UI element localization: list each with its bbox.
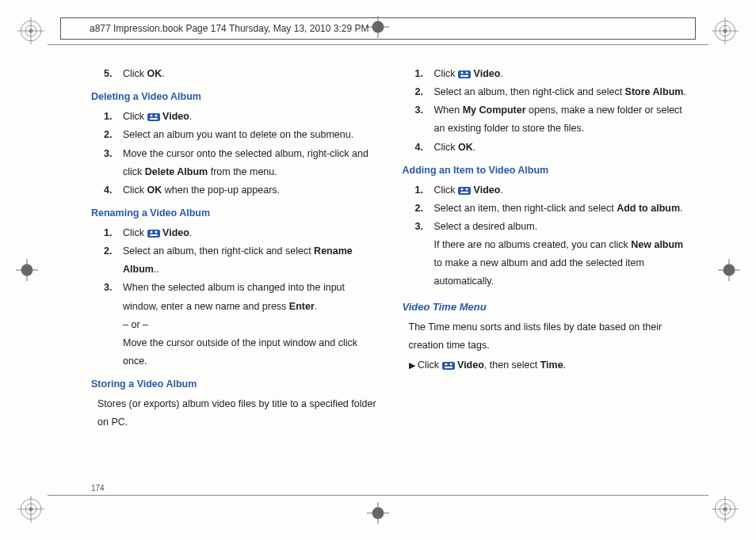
svg-point-34: [155, 115, 157, 117]
crop-mark-icon: [367, 502, 389, 524]
svg-point-45: [461, 188, 464, 190]
list-item: 2. Select an album, then right-click and…: [91, 242, 380, 279]
registration-mark-icon: [17, 496, 44, 523]
list-item: 1. Click Video.: [91, 224, 380, 242]
page-header: a877 Impression.book Page 174 Thursday, …: [60, 17, 696, 40]
svg-rect-47: [460, 192, 468, 193]
divider: [48, 495, 708, 496]
video-icon: [147, 112, 160, 121]
registration-mark-icon: [17, 17, 44, 44]
svg-rect-40: [458, 70, 471, 78]
list-item: 4. Click OK.: [403, 139, 692, 157]
step-number: 1.: [415, 181, 434, 200]
header-text: a877 Impression.book Page 174 Thursday, …: [90, 23, 368, 34]
list-item: 2. Select an album you want to delete on…: [91, 126, 380, 144]
step-number: 1.: [415, 65, 434, 83]
arrow-icon: ▶: [409, 360, 415, 370]
svg-rect-36: [147, 230, 160, 238]
step-number: 4.: [415, 139, 434, 157]
step-number: 5.: [104, 65, 123, 83]
right-column: 1. Click Video. 2. Select an album, then…: [403, 65, 692, 481]
svg-point-37: [150, 231, 152, 234]
svg-point-41: [461, 72, 464, 74]
svg-point-33: [150, 115, 152, 117]
svg-rect-43: [460, 75, 468, 77]
list-item: 2. Select an album, then right-click and…: [403, 83, 692, 101]
section-heading: Video Time Menu: [403, 298, 692, 317]
page-body: 5. Click OK. Deleting a Video Album 1. C…: [91, 65, 691, 481]
step-number: 1.: [104, 108, 123, 126]
list-item: 1. Click Video.: [91, 108, 380, 126]
svg-rect-48: [442, 362, 455, 370]
section-heading: Adding an Item to Video Album: [403, 162, 692, 180]
section-heading: Deleting a Video Album: [91, 88, 380, 106]
video-icon: [147, 229, 160, 238]
page-number: 174: [91, 484, 105, 492]
step-number: 4.: [104, 181, 123, 200]
video-icon: [458, 70, 471, 78]
step-number: 2.: [415, 83, 434, 101]
svg-point-49: [445, 363, 447, 365]
step-number: 2.: [104, 126, 123, 144]
list-item: 2. Select an item, then right-click and …: [403, 200, 692, 218]
list-item: 3. Move the cursor onto the selected alb…: [91, 145, 380, 181]
step-number: 3.: [415, 101, 434, 120]
registration-mark-icon: [712, 496, 739, 523]
video-icon: [458, 186, 471, 195]
left-column: 5. Click OK. Deleting a Video Album 1. C…: [91, 65, 380, 481]
crop-mark-icon: [16, 259, 38, 281]
list-item: 4. Click OK when the pop-up appears.: [91, 181, 380, 200]
list-item: 1. Click Video.: [403, 65, 692, 83]
step-number: 2.: [104, 242, 123, 260]
svg-rect-32: [147, 113, 160, 121]
svg-rect-51: [445, 367, 452, 368]
instruction-line: ▶ Click Video, then select Time.: [403, 356, 692, 375]
section-desc: Stores (or exports) album video files by…: [91, 395, 380, 432]
divider: [48, 44, 708, 45]
svg-point-50: [449, 363, 452, 365]
step-number: 2.: [415, 200, 434, 218]
step-number: 3.: [104, 279, 123, 297]
list-item: 3. When My Computer opens, make a new fo…: [403, 101, 692, 138]
svg-rect-39: [150, 234, 158, 236]
svg-point-42: [466, 72, 468, 74]
step-number: 3.: [415, 218, 434, 236]
section-heading: Renaming a Video Album: [91, 204, 380, 222]
step-number: 3.: [104, 145, 123, 163]
list-item: 3. When the selected album is changed in…: [91, 279, 380, 371]
section-heading: Storing a Video Album: [91, 375, 380, 394]
list-item: 3. Select a desired album. If there are …: [403, 218, 692, 291]
svg-point-38: [155, 231, 157, 234]
registration-mark-icon: [712, 17, 739, 44]
svg-rect-44: [458, 187, 471, 195]
list-item: 5. Click OK.: [91, 65, 380, 83]
crop-mark-icon: [718, 259, 740, 281]
svg-rect-35: [150, 118, 158, 120]
video-icon: [442, 361, 455, 370]
list-item: 1. Click Video.: [403, 181, 692, 200]
svg-point-46: [466, 188, 468, 190]
section-desc: The Time menu sorts and lists files by d…: [403, 318, 692, 355]
step-number: 1.: [104, 224, 123, 242]
